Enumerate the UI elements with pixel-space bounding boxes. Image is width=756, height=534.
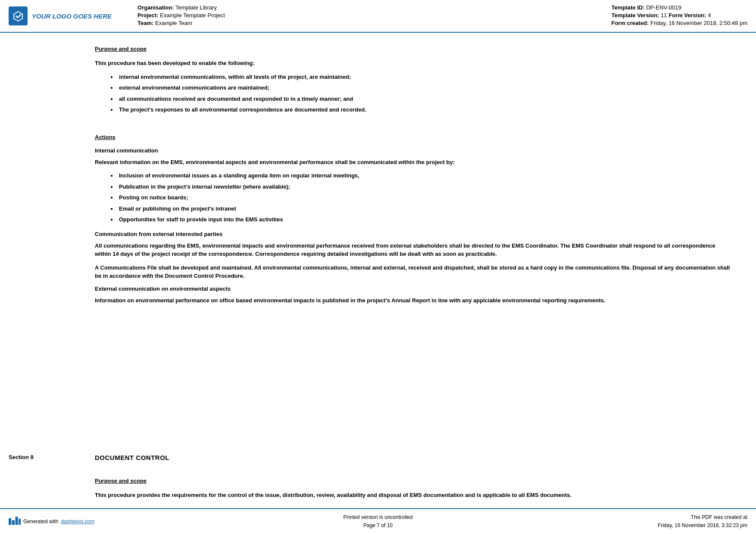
comms-file-text: A Communications File shall be developed…	[95, 264, 730, 280]
purpose-scope-heading: Purpose and scope	[95, 46, 730, 52]
team-line: Team: Example Team	[137, 20, 594, 26]
footer: Generated with dashpivot.com Printed ver…	[0, 508, 756, 534]
external-env-title: External communication on environmental …	[95, 286, 730, 292]
svg-rect-0	[9, 518, 11, 525]
svg-rect-3	[19, 519, 21, 525]
page-wrapper: YOUR LOGO GOES HERE Organisation: Templa…	[0, 0, 756, 534]
project-line: Project: Example Template Project	[137, 12, 594, 19]
external-parties-title: Communication from external interested p…	[95, 231, 730, 237]
internal-comm-intro: Relevant information on the EMS, environ…	[95, 158, 730, 167]
section9-row: Section 9 DOCUMENT CONTROL	[0, 454, 756, 461]
spacer-1	[95, 121, 730, 134]
section9-label: Section 9	[9, 452, 34, 460]
content-area: Purpose and scope This procedure has bee…	[0, 33, 756, 454]
footer-generated-link[interactable]: dashpivot.com	[61, 518, 94, 525]
section9-purpose-text: This procedure provides the requirements…	[95, 491, 730, 500]
footer-right-line1: This PDF was created at	[627, 513, 747, 522]
svg-rect-2	[16, 517, 18, 525]
header-center: Organisation: Template Library Project: …	[112, 4, 594, 28]
internal-bullet-1: Inclusion of environmental issues as a s…	[112, 171, 730, 180]
footer-right-line2: Friday, 16 November 2018, 3:32:23 pm	[627, 522, 747, 530]
org-line: Organisation: Template Library	[137, 4, 594, 11]
header: YOUR LOGO GOES HERE Organisation: Templa…	[0, 0, 756, 33]
main-content: Purpose and scope This procedure has bee…	[86, 46, 756, 441]
section9-content-main: Purpose and scope This procedure provide…	[86, 478, 756, 505]
internal-bullet-list: Inclusion of environmental issues as a s…	[112, 171, 730, 224]
bullet-item-1: internal environmental communications, w…	[112, 73, 730, 81]
section9-content-left	[0, 478, 86, 505]
internal-bullet-3: Posting on notice boards;	[112, 193, 730, 202]
logo-text: YOUR LOGO GOES HERE	[32, 12, 112, 20]
header-right: Template ID: DP-ENV-0019 Template Versio…	[594, 4, 747, 28]
footer-logo-icon	[9, 517, 21, 526]
template-id-line: Template ID: DP-ENV-0019	[611, 4, 747, 11]
bullet-item-2: external environmental communications ar…	[112, 84, 730, 92]
header-logo: YOUR LOGO GOES HERE	[9, 4, 112, 28]
section9-title-cell: DOCUMENT CONTROL	[86, 454, 756, 461]
logo-icon	[9, 6, 28, 25]
svg-rect-1	[12, 520, 15, 525]
external-env-text: Information on environmental performance…	[95, 296, 730, 305]
section9-label-cell: Section 9	[0, 454, 86, 461]
footer-right: This PDF was created at Friday, 16 Novem…	[627, 513, 747, 530]
form-created-line: Form created: Friday, 16 November 2018, …	[611, 20, 747, 26]
section9-purpose-heading: Purpose and scope	[95, 478, 730, 484]
footer-generated-label: Generated with	[23, 518, 58, 525]
footer-left: Generated with dashpivot.com	[9, 517, 129, 526]
template-version-line: Template Version: 11 Form Version: 4	[611, 12, 747, 19]
intro-text: This procedure has been developed to ena…	[95, 59, 730, 68]
internal-bullet-2: Publication in the project's internal ne…	[112, 183, 730, 191]
section9-title: DOCUMENT CONTROL	[95, 454, 169, 461]
intro-bullet-list: internal environmental communications, w…	[112, 73, 730, 114]
external-parties-text: All communications regarding the EMS, en…	[95, 242, 730, 258]
spacer-2	[0, 465, 756, 478]
footer-center: Printed version is uncontrolled Page 7 o…	[129, 513, 627, 530]
internal-bullet-5: Opportunities for staff to provide input…	[112, 215, 730, 224]
section9-content-row: Purpose and scope This procedure provide…	[0, 478, 756, 505]
internal-comm-title: Internal communication	[95, 147, 730, 154]
left-column	[0, 46, 86, 441]
bullet-item-4: The project's responses to all environme…	[112, 106, 730, 114]
actions-heading: Actions	[95, 134, 730, 140]
bullet-item-3: all communications received are document…	[112, 95, 730, 103]
internal-bullet-4: Email or publishing on the project's int…	[112, 205, 730, 213]
footer-center-line2: Page 7 of 10	[129, 522, 627, 530]
footer-center-line1: Printed version is uncontrolled	[129, 513, 627, 522]
